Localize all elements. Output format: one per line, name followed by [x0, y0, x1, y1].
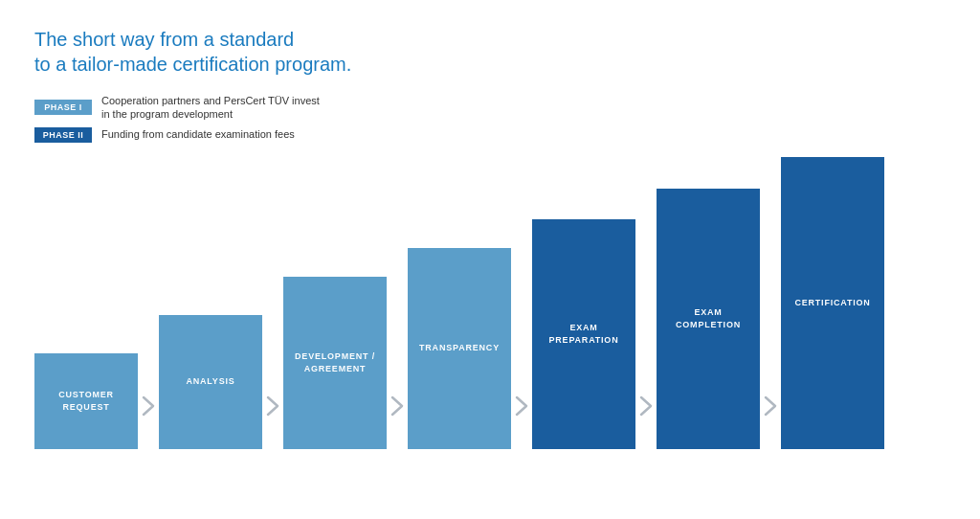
title-line2: to a tailor-made certification program.: [34, 52, 946, 77]
step-4: EXAMPREPARATION: [532, 219, 657, 449]
step-5: EXAMCOMPLETION: [657, 189, 781, 449]
chart-area: CUSTOMERREQUEST ANALYSIS DEVELOPMENT /AG…: [34, 152, 946, 449]
title-block: The short way from a standard to a tailo…: [34, 27, 946, 77]
arrow-1: [262, 392, 283, 420]
bar-label-1: ANALYSIS: [180, 372, 240, 392]
bar-1: ANALYSIS: [159, 315, 262, 449]
title-line1: The short way from a standard: [34, 27, 946, 52]
bar-5: EXAMCOMPLETION: [657, 189, 760, 449]
bar-3: TRANSPARENCY: [408, 248, 511, 449]
legend-item-1: PHASE IIFunding from candidate examinati…: [34, 127, 946, 143]
bar-0: CUSTOMERREQUEST: [34, 353, 138, 449]
page-container: The short way from a standard to a tailo…: [0, 0, 980, 519]
step-1: ANALYSIS: [159, 315, 283, 449]
bar-6: CERTIFICATION: [781, 157, 884, 449]
legend-badge-1: PHASE II: [34, 127, 92, 143]
arrow-0: [138, 392, 159, 420]
arrow-3: [511, 392, 532, 420]
legend: PHASE ICooperation partners and PersCert…: [34, 94, 946, 143]
bar-label-2: DEVELOPMENT /AGREEMENT: [289, 347, 381, 378]
bar-label-5: EXAMCOMPLETION: [670, 303, 746, 334]
bar-label-3: TRANSPARENCY: [413, 338, 505, 358]
step-6: CERTIFICATION: [781, 157, 884, 449]
legend-item-0: PHASE ICooperation partners and PersCert…: [34, 94, 946, 122]
bar-label-6: CERTIFICATION: [789, 293, 876, 313]
bar-2: DEVELOPMENT /AGREEMENT: [283, 277, 387, 449]
legend-text-1: Funding from candidate examination fees: [101, 127, 295, 141]
bar-label-4: EXAMPREPARATION: [544, 318, 625, 350]
step-0: CUSTOMERREQUEST: [34, 353, 159, 449]
arrow-2: [387, 392, 408, 420]
legend-text-0: Cooperation partners and PersCert TÜV in…: [101, 94, 320, 122]
step-3: TRANSPARENCY: [408, 248, 532, 449]
step-2: DEVELOPMENT /AGREEMENT: [283, 277, 408, 449]
bar-4: EXAMPREPARATION: [532, 219, 635, 449]
bar-label-0: CUSTOMERREQUEST: [53, 385, 120, 417]
arrow-4: [635, 392, 657, 420]
legend-badge-0: PHASE I: [34, 100, 92, 115]
arrow-5: [760, 392, 781, 420]
